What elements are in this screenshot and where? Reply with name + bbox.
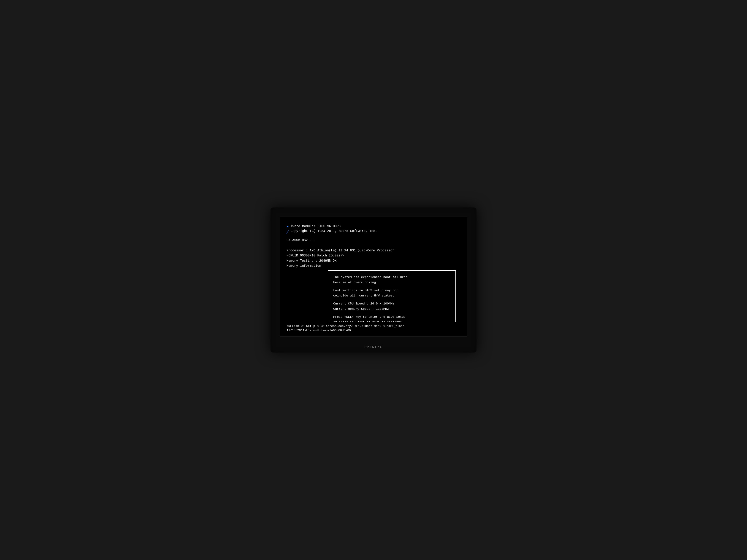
dialog-content: The system has experienced boot failures… xyxy=(333,275,450,325)
award-icon: ●╱ xyxy=(286,224,289,235)
boot-failure-dialog: The system has experienced boot failures… xyxy=(328,270,456,330)
memory-info-label: Memory information xyxy=(286,264,321,268)
bios-screen: ●╱ Award Modular BIOS v6.00PG Copyright … xyxy=(280,217,467,337)
bios-copyright: Copyright (C) 1984-2011, Award Software,… xyxy=(291,229,377,234)
cpu-speed: Current CPU Speed : 26.0 X 100MHz xyxy=(333,302,394,305)
cpuid-info: <CPUID:00300F10 Patch ID:0027> xyxy=(286,253,461,258)
monitor-brand: PHILIPS xyxy=(365,345,383,348)
motherboard-model: GA-A55M-DS2 FC Processor : AMD Athlon(tm… xyxy=(286,238,461,268)
memory-speed: Current Memory Speed : 1333MHz xyxy=(333,307,389,311)
bios-date-line: 11/18/2011-Llano-Hudson-7A66HG0HC-00 xyxy=(286,328,461,333)
bios-header: ●╱ Award Modular BIOS v6.00PG Copyright … xyxy=(286,224,461,235)
boot-failure-message: The system has experienced boot failures… xyxy=(333,275,450,285)
memory-testing: Memory Testing : 2046MB OK xyxy=(286,258,461,263)
monitor-bezel: ●╱ Award Modular BIOS v6.00PG Copyright … xyxy=(271,208,476,352)
header-text: Award Modular BIOS v6.00PG Copyright (C)… xyxy=(291,224,377,234)
bios-title: Award Modular BIOS v6.00PG xyxy=(291,224,377,229)
bottom-bar: <DEL>:BIOS Setup <F9>:XpressRecovery2 <F… xyxy=(280,322,467,336)
hotkeys-line: <DEL>:BIOS Setup <F9>:XpressRecovery2 <F… xyxy=(286,324,461,328)
current-speeds: Current CPU Speed : 26.0 X 100MHz Curren… xyxy=(333,301,450,312)
bios-settings-message: Last settings in BIOS setup may not coin… xyxy=(333,288,450,298)
processor-info: Processor : AMD Athlon(tm) II X4 631 Qua… xyxy=(286,248,461,253)
